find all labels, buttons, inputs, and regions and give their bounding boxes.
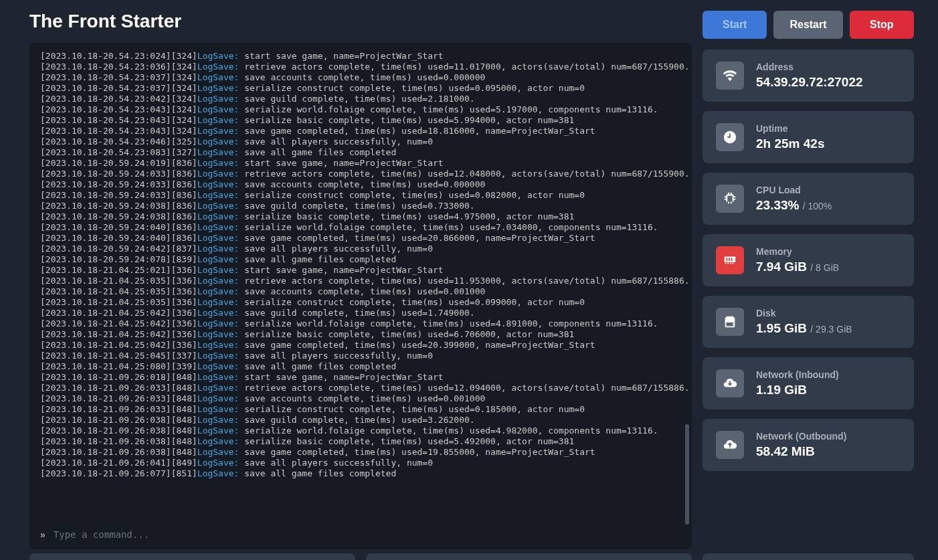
cpu-icon [716, 185, 744, 213]
stat-address[interactable]: Address 54.39.29.72:27022 [702, 50, 914, 102]
page-title: The Front Starter [29, 11, 692, 32]
stat-value: 1.95 GiB / 29.3 GiB [756, 321, 901, 336]
stat-cpu[interactable]: CPU Load 23.33% / 100% [702, 173, 914, 225]
console-output[interactable]: [2023.10.18-20.54.23:024][324]LogSave: s… [29, 43, 692, 520]
start-button[interactable]: Start [702, 11, 767, 39]
cloud-upload-icon [716, 431, 744, 459]
stat-value: 23.33% / 100% [756, 198, 901, 213]
stat-uptime[interactable]: Uptime 2h 25m 42s [702, 111, 914, 163]
disk-icon [716, 308, 744, 336]
cloud-download-icon [716, 369, 744, 397]
stat-value: 54.39.29.72:27022 [756, 75, 901, 90]
stop-button[interactable]: Stop [850, 11, 914, 39]
stat-label: Disk [756, 308, 901, 318]
console-input-row: » [29, 520, 692, 549]
stat-value: 2h 25m 42s [756, 136, 901, 151]
bottom-panel[interactable] [29, 553, 355, 560]
stat-value: 1.19 GiB [756, 383, 901, 397]
restart-button[interactable]: Restart [773, 11, 842, 39]
stat-label: CPU Load [756, 185, 901, 195]
memory-icon [716, 246, 744, 274]
stat-label: Network (Outbound) [756, 431, 901, 442]
stat-network-in[interactable]: Network (Inbound) 1.19 GiB [702, 357, 914, 409]
command-input[interactable] [54, 529, 681, 540]
stat-network-out[interactable]: Network (Outbound) 58.42 MiB [702, 419, 914, 471]
bottom-strip [29, 553, 914, 560]
stat-label: Network (Inbound) [756, 369, 901, 380]
stat-label: Memory [756, 246, 901, 257]
stat-label: Address [756, 62, 901, 72]
console-panel: [2023.10.18-20.54.23:024][324]LogSave: s… [29, 43, 692, 549]
bottom-panel[interactable] [366, 553, 692, 560]
wifi-icon [716, 62, 744, 90]
stat-label: Uptime [756, 123, 901, 134]
stat-value: 7.94 GiB / 8 GiB [756, 260, 901, 274]
chevron-right-icon: » [40, 529, 45, 540]
stat-value: 58.42 MiB [756, 444, 901, 459]
bottom-panel[interactable] [702, 553, 914, 560]
stat-memory[interactable]: Memory 7.94 GiB / 8 GiB [702, 234, 914, 286]
scrollbar-thumb[interactable] [685, 424, 689, 525]
clock-icon [716, 123, 744, 151]
stat-disk[interactable]: Disk 1.95 GiB / 29.3 GiB [702, 296, 914, 348]
